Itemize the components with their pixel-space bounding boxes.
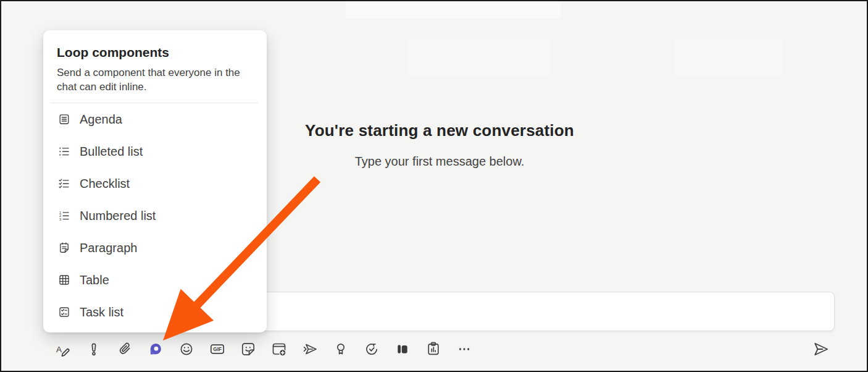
ghost-shape (673, 36, 782, 77)
checklist-icon (58, 177, 70, 190)
attach-button[interactable] (115, 338, 135, 360)
menu-item-label: Paragraph (80, 241, 137, 255)
menu-item-numbered-list[interactable]: 1 2 3 Numbered list (57, 200, 253, 232)
polls-button[interactable] (424, 338, 443, 360)
gif-button[interactable]: GIF (207, 338, 227, 360)
bulleted-list-icon (58, 145, 70, 158)
sticker-button[interactable] (238, 338, 258, 360)
praise-ribbon-icon (332, 340, 349, 358)
paragraph-icon (58, 242, 70, 254)
importance-icon (85, 340, 102, 358)
menu-item-paragraph[interactable]: Paragraph (57, 232, 253, 264)
share-arrow-button[interactable] (300, 338, 320, 360)
menu-item-label: Checklist (80, 177, 130, 191)
polls-clipboard-icon (425, 340, 442, 358)
clock-check-icon (363, 340, 380, 358)
menu-item-task-list[interactable]: Task list (57, 296, 253, 328)
clock-check-button[interactable] (362, 338, 382, 360)
sticker-icon (240, 340, 257, 358)
numbered-list-icon: 1 2 3 (58, 209, 70, 222)
menu-item-checklist[interactable]: Checklist (57, 167, 253, 200)
send-button[interactable] (809, 339, 832, 360)
more-options-icon (456, 340, 473, 358)
agenda-icon (58, 113, 70, 125)
calendar-add-button[interactable] (269, 338, 289, 360)
books-icon (394, 340, 411, 358)
books-button[interactable] (393, 338, 412, 360)
format-button[interactable]: A (53, 338, 73, 360)
emoji-button[interactable] (177, 338, 196, 360)
share-arrow-icon (301, 340, 319, 358)
task-list-icon (58, 306, 70, 318)
emoji-icon (178, 340, 195, 358)
loop-components-popup: Loop components Send a component that ev… (43, 30, 267, 332)
table-icon (58, 274, 70, 286)
menu-item-table[interactable]: Table (57, 264, 253, 296)
gif-icon: GIF (209, 340, 226, 358)
loop-icon (147, 340, 164, 358)
teams-chat-window: You're starting a new conversation Type … (0, 0, 868, 372)
popup-description: Send a component that everyone in the ch… (57, 66, 253, 94)
svg-text:GIF: GIF (213, 347, 222, 352)
more-options-button[interactable] (454, 338, 474, 360)
loop-component-menu: Agenda Bulleted list Checklist (57, 103, 253, 328)
loop-components-button[interactable] (146, 338, 165, 360)
importance-button[interactable] (84, 338, 104, 360)
menu-item-label: Numbered list (80, 209, 156, 223)
menu-item-label: Bulleted list (80, 145, 143, 159)
menu-item-agenda[interactable]: Agenda (57, 103, 253, 135)
menu-item-label: Task list (80, 305, 123, 319)
send-icon (811, 340, 830, 358)
ghost-shape (406, 36, 549, 77)
compose-toolbar: A (53, 338, 474, 360)
calendar-add-icon (270, 340, 288, 358)
format-icon: A (54, 340, 72, 358)
menu-item-label: Table (80, 273, 109, 287)
praise-button[interactable] (331, 338, 351, 360)
svg-text:A: A (56, 345, 62, 354)
menu-item-label: Agenda (80, 112, 122, 127)
menu-item-bulleted-list[interactable]: Bulleted list (57, 135, 253, 167)
popup-title: Loop components (57, 45, 253, 60)
ghost-shape (346, 2, 561, 19)
attach-icon (116, 340, 133, 358)
svg-text:3: 3 (59, 218, 61, 221)
